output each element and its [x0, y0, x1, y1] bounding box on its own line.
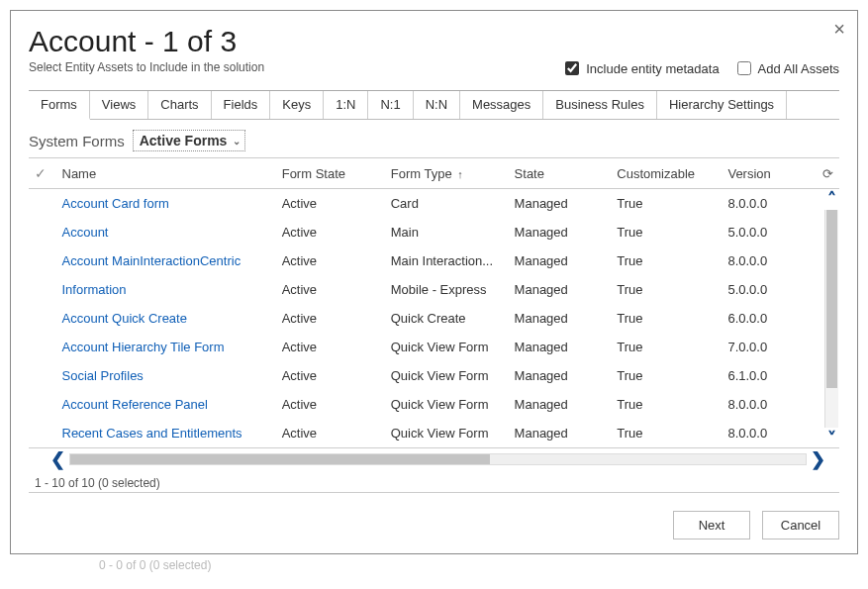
cell-state: Managed — [509, 419, 612, 447]
cell-customizable: True — [611, 275, 722, 304]
cell-form-type: Quick View Form — [385, 419, 509, 447]
column-header-customizable[interactable]: Customizable — [611, 158, 722, 189]
table-row[interactable]: AccountActiveMainManagedTrue5.0.0.0 — [29, 218, 839, 246]
tab-keys[interactable]: Keys — [270, 91, 324, 119]
cancel-button[interactable]: Cancel — [762, 511, 839, 540]
table-row[interactable]: Recent Cases and EntitlementsActiveQuick… — [29, 419, 839, 447]
form-filter-dropdown[interactable]: Active Forms ⌄ — [133, 130, 246, 151]
cell-version: 6.0.0.0 — [722, 304, 816, 333]
column-header-name[interactable]: Name — [56, 158, 276, 189]
cell-form-state: Active — [276, 275, 385, 304]
cell-form-state: Active — [276, 189, 385, 219]
column-header-form-state[interactable]: Form State — [276, 158, 385, 189]
cell-form-type: Quick View Form — [385, 361, 509, 390]
cell-version: 5.0.0.0 — [722, 218, 816, 246]
tab-n-1[interactable]: N:1 — [368, 91, 413, 119]
cell-form-type: Main Interaction... — [385, 246, 509, 275]
vertical-scroll-thumb[interactable] — [826, 210, 837, 388]
column-header-version[interactable]: Version — [722, 158, 816, 189]
cell-form-type: Quick View Form — [385, 390, 509, 419]
cell-form-type: Quick Create — [385, 304, 509, 333]
form-name-link[interactable]: Account Hierarchy Tile Form — [56, 333, 276, 361]
scroll-up-icon[interactable]: ˄ — [827, 190, 836, 208]
cell-state: Managed — [509, 390, 612, 419]
cell-state: Managed — [509, 189, 612, 219]
cell-version: 8.0.0.0 — [722, 189, 816, 219]
table-row[interactable]: InformationActiveMobile - ExpressManaged… — [29, 275, 839, 304]
column-header-form-type[interactable]: Form Type ↑ — [385, 158, 509, 189]
background-status-text: 0 - 0 of 0 (0 selected) — [99, 558, 858, 572]
form-name-link[interactable]: Social Profiles — [56, 361, 276, 390]
cell-customizable: True — [611, 246, 722, 275]
form-name-link[interactable]: Account MainInteractionCentric — [56, 246, 276, 275]
tab-views[interactable]: Views — [90, 91, 148, 119]
form-filter-value: Active Forms — [140, 133, 228, 148]
cell-state: Managed — [509, 218, 612, 246]
vertical-scroll-track[interactable] — [824, 210, 838, 428]
cell-state: Managed — [509, 246, 612, 275]
cell-form-state: Active — [276, 390, 385, 419]
table-row[interactable]: Account Card formActiveCardManagedTrue8.… — [29, 189, 839, 219]
cell-customizable: True — [611, 189, 722, 219]
include-entity-metadata-checkbox[interactable]: Include entity metadata — [561, 58, 719, 78]
tab-hierarchy-settings[interactable]: Hierarchy Settings — [657, 91, 787, 119]
cell-state: Managed — [509, 275, 612, 304]
add-all-assets-label: Add All Assets — [758, 61, 839, 76]
horizontal-scroll-thumb[interactable] — [70, 454, 490, 464]
cell-form-state: Active — [276, 246, 385, 275]
tab-charts[interactable]: Charts — [148, 91, 211, 119]
cell-form-type: Quick View Form — [385, 333, 509, 361]
next-button[interactable]: Next — [673, 511, 750, 540]
cell-version: 7.0.0.0 — [722, 333, 816, 361]
column-header-state[interactable]: State — [509, 158, 612, 189]
table-row[interactable]: Account MainInteractionCentricActiveMain… — [29, 246, 839, 275]
sort-ascending-icon: ↑ — [457, 168, 463, 180]
tab-fields[interactable]: Fields — [212, 91, 271, 119]
cell-customizable: True — [611, 218, 722, 246]
page-title: Account - 1 of 3 — [29, 25, 264, 58]
cell-state: Managed — [509, 333, 612, 361]
chevron-down-icon: ⌄ — [233, 136, 241, 147]
cell-form-type: Main — [385, 218, 509, 246]
vertical-scrollbar[interactable]: ˄ ˅ — [821, 190, 841, 447]
tab-n-n[interactable]: N:N — [414, 91, 460, 119]
scroll-left-icon[interactable]: ❮ — [50, 450, 65, 468]
tab-messages[interactable]: Messages — [460, 91, 543, 119]
horizontal-scroll-track[interactable] — [69, 453, 807, 465]
form-name-link[interactable]: Account Card form — [56, 189, 276, 219]
cell-state: Managed — [509, 304, 612, 333]
tab-business-rules[interactable]: Business Rules — [543, 91, 657, 119]
table-row[interactable]: Account Reference PanelActiveQuick View … — [29, 390, 839, 419]
cell-customizable: True — [611, 390, 722, 419]
form-name-link[interactable]: Account Reference Panel — [56, 390, 276, 419]
cell-customizable: True — [611, 361, 722, 390]
form-name-link[interactable]: Recent Cases and Entitlements — [56, 419, 276, 447]
table-row[interactable]: Account Hierarchy Tile FormActiveQuick V… — [29, 333, 839, 361]
cell-version: 6.1.0.0 — [722, 361, 816, 390]
cell-state: Managed — [509, 361, 612, 390]
tab-1-n[interactable]: 1:N — [324, 91, 368, 119]
cell-customizable: True — [611, 304, 722, 333]
table-row[interactable]: Social ProfilesActiveQuick View FormMana… — [29, 361, 839, 390]
scroll-down-icon[interactable]: ˅ — [827, 430, 836, 447]
grid-status-text: 1 - 10 of 10 (0 selected) — [29, 470, 839, 493]
refresh-icon[interactable]: ⟳ — [822, 166, 833, 181]
system-forms-label: System Forms — [29, 133, 125, 149]
form-name-link[interactable]: Account Quick Create — [56, 304, 276, 333]
cell-version: 5.0.0.0 — [722, 275, 816, 304]
form-name-link[interactable]: Account — [56, 218, 276, 246]
scroll-right-icon[interactable]: ❯ — [811, 450, 825, 468]
cell-form-state: Active — [276, 304, 385, 333]
horizontal-scrollbar[interactable]: ❮ ❯ — [29, 448, 839, 470]
table-row[interactable]: Account Quick CreateActiveQuick CreateMa… — [29, 304, 839, 333]
close-icon[interactable]: × — [833, 19, 845, 39]
entity-asset-tabs: FormsViewsChartsFieldsKeys1:NN:1N:NMessa… — [29, 90, 839, 120]
cell-customizable: True — [611, 333, 722, 361]
solution-assets-dialog: × Account - 1 of 3 Select Entity Assets … — [10, 10, 858, 554]
form-name-link[interactable]: Information — [56, 275, 276, 304]
forms-grid: ✓ Name Form State Form Type ↑ State Cust… — [29, 157, 839, 448]
select-all-checkbox[interactable]: ✓ — [35, 165, 47, 181]
add-all-assets-checkbox[interactable]: Add All Assets — [733, 58, 839, 78]
include-entity-metadata-label: Include entity metadata — [586, 61, 719, 76]
tab-forms[interactable]: Forms — [29, 91, 90, 120]
